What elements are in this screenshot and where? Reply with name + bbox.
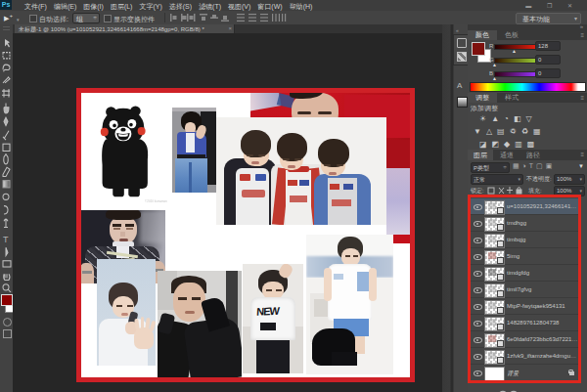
svg-text:T: T <box>3 235 9 244</box>
